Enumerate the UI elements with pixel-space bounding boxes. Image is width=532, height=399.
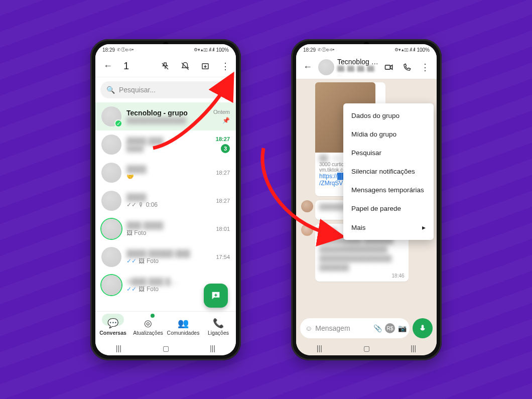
status-right-icons: ⚙ ▾ ▴ ▯▯ .ıll .ıll xyxy=(394,47,415,52)
phone-left: 18:29 ✆ ⓕ ⊕ ፨ • ⚙ ▾ ▴ ▯▯ .ıll .ıll 100% … xyxy=(90,39,241,360)
menu-search[interactable]: Pesquisar xyxy=(343,144,434,162)
avatar xyxy=(101,247,121,267)
tab-calls[interactable]: 📞 Ligações xyxy=(201,312,236,341)
chat-name: ████ xyxy=(126,165,211,173)
status-left-icons: ✆ ⓕ ⊕ ፨ • xyxy=(318,47,334,53)
avatar xyxy=(101,219,121,239)
chat-title: Tecnoblog - grupo xyxy=(337,58,378,66)
avatar xyxy=(101,163,121,183)
chat-name: ████ ███ xyxy=(126,137,211,145)
chat-time: 17:54 xyxy=(216,254,230,260)
chat-item[interactable]: ████ ███ ████ 18:27 3 xyxy=(95,130,236,159)
chat-item[interactable]: ████ █████ ███ ✓✓✓✓ 🖼 Foto🖼Foto 17:54 xyxy=(95,243,236,271)
tab-updates[interactable]: ◎ Atualizações xyxy=(130,312,166,341)
status-battery: 100% xyxy=(216,47,229,53)
chat-name: Tecnoblog - grupo xyxy=(126,109,208,117)
back-button[interactable]: ||| xyxy=(411,344,416,352)
sender-avatar[interactable] xyxy=(301,224,313,236)
more-icon[interactable]: ⋮ xyxy=(218,59,233,74)
status-left-icons: ✆ ⓕ ⊕ ፨ • xyxy=(117,47,133,53)
mute-icon[interactable] xyxy=(178,59,193,74)
chat-item-selected[interactable]: ✓ Tecnoblog - grupo ██████████████ … Ont… xyxy=(95,102,236,130)
bottom-nav: 💬 Conversas ◎ Atualizações 👥 Comunidades… xyxy=(95,311,236,341)
selection-toolbar: ← 1 ⋮ xyxy=(95,55,236,77)
back-icon[interactable]: ← xyxy=(100,59,115,74)
android-nav: ||| ▢ ||| xyxy=(296,341,437,355)
search-icon: 🔍 xyxy=(106,86,115,94)
chat-name: ████ █████ ███ xyxy=(126,249,211,257)
payment-icon[interactable]: R$ xyxy=(385,323,395,333)
unpin-icon[interactable] xyxy=(158,59,173,74)
pinned-icon: 📌 xyxy=(222,117,230,124)
chat-preview: ✓✓ 🎙 0:06 xyxy=(126,201,158,208)
chat-preview: 🖼 Foto xyxy=(126,229,146,236)
android-nav: ||| ▢ ||| xyxy=(95,341,236,355)
chat-name: ████ xyxy=(126,193,211,201)
recent-apps-button[interactable]: ||| xyxy=(317,344,322,352)
home-button[interactable]: ▢ xyxy=(363,344,370,352)
more-icon[interactable]: ⋮ xyxy=(418,60,433,75)
tab-chats[interactable]: 💬 Conversas xyxy=(95,312,130,341)
menu-wallpaper[interactable]: Papel de parede xyxy=(343,199,434,218)
camera-icon[interactable]: 📷 xyxy=(398,324,407,332)
videocall-icon[interactable] xyxy=(381,60,396,75)
chat-name: ███ ████ xyxy=(126,221,211,229)
home-button[interactable]: ▢ xyxy=(163,344,169,352)
screen-right: 18:29 ✆ ⓕ ⊕ ፨ • ⚙ ▾ ▴ ▯▯ .ıll .ıll 100% … xyxy=(296,44,437,355)
chat-item[interactable]: ████ 🤝 18:27 xyxy=(95,159,236,187)
avatar xyxy=(101,275,121,295)
status-time: 18:29 xyxy=(102,47,115,53)
group-avatar[interactable] xyxy=(318,59,334,75)
recent-apps-button[interactable]: ||| xyxy=(116,344,121,352)
attach-icon[interactable]: 📎 xyxy=(373,324,382,332)
mic-button[interactable] xyxy=(413,318,433,338)
tab-label: Ligações xyxy=(208,330,229,336)
chat-item[interactable]: ███ ████ 🖼 Foto 18:01 xyxy=(95,215,236,243)
svg-rect-1 xyxy=(385,65,390,69)
chat-item[interactable]: ████ ✓✓ 🎙 0:06 18:27 xyxy=(95,187,236,215)
chat-time: 18:01 xyxy=(216,226,230,232)
search-placeholder: Pesquisar... xyxy=(119,86,156,94)
message-time: 18:46 xyxy=(319,273,405,279)
menu-group-media[interactable]: Mídia do grupo xyxy=(343,125,434,144)
screen-left: 18:29 ✆ ⓕ ⊕ ፨ • ⚙ ▾ ▴ ▯▯ .ıll .ıll 100% … xyxy=(95,44,236,355)
chevron-right-icon: ▸ xyxy=(422,223,426,231)
read-ticks-icon: ✓✓ xyxy=(126,286,137,293)
unread-badge: 3 xyxy=(221,144,230,153)
new-chat-fab[interactable] xyxy=(204,284,228,308)
menu-disappearing[interactable]: Mensagens temporárias xyxy=(343,181,434,199)
compose-placeholder: Mensagem xyxy=(315,324,350,332)
status-battery: 100% xyxy=(417,47,430,53)
status-bar: 18:29 ✆ ⓕ ⊕ ፨ • ⚙ ▾ ▴ ▯▯ .ıll .ıll 100% xyxy=(95,44,236,55)
selection-count: 1 xyxy=(123,60,129,72)
chat-preview: 🤝 xyxy=(126,173,134,180)
phone-icon: 📞 xyxy=(213,318,224,329)
tab-label: Atualizações xyxy=(133,330,163,336)
messages-area[interactable]: ██ · Au… 3000 curtid… vm.tiktok.co… http… xyxy=(296,79,437,315)
overflow-menu: Dados do grupo Mídia do grupo Pesquisar … xyxy=(343,103,434,240)
back-button[interactable]: ||| xyxy=(210,344,215,352)
menu-mute[interactable]: Silenciar notificações xyxy=(343,162,434,181)
message-input[interactable]: ☺ Mensagem 📎 R$ 📷 xyxy=(300,318,410,338)
status-right-icons: ⚙ ▾ ▴ ▯▯ .ıll .ıll xyxy=(194,47,214,52)
chat-icon: 💬 xyxy=(107,318,118,329)
avatar xyxy=(101,135,121,155)
selected-check-icon: ✓ xyxy=(114,119,122,127)
menu-more[interactable]: Mais▸ xyxy=(343,218,434,237)
photo-icon: 🖼 xyxy=(139,257,145,264)
chat-time: 18:27 xyxy=(216,170,230,176)
tab-communities[interactable]: 👥 Comunidades xyxy=(166,312,201,341)
read-ticks-icon: ✓✓ xyxy=(126,257,137,264)
search-input[interactable]: 🔍 Pesquisar... xyxy=(100,81,231,98)
menu-group-info[interactable]: Dados do grupo xyxy=(343,106,434,125)
call-icon[interactable] xyxy=(400,60,415,75)
chat-time: 18:27 xyxy=(216,198,230,204)
chat-subtitle: ██, ██, ██, ██, … xyxy=(337,66,378,77)
chat-header[interactable]: ← Tecnoblog - grupo ██, ██, ██, ██, … ⋮ xyxy=(296,55,437,79)
archive-icon[interactable] xyxy=(198,59,213,74)
emoji-icon[interactable]: ☺ xyxy=(305,324,312,332)
sender-avatar[interactable] xyxy=(301,200,313,212)
back-icon[interactable]: ← xyxy=(300,60,315,75)
chat-list[interactable]: ✓ Tecnoblog - grupo ██████████████ … Ont… xyxy=(95,102,236,311)
chat-preview: ██████████████ … xyxy=(126,117,194,124)
